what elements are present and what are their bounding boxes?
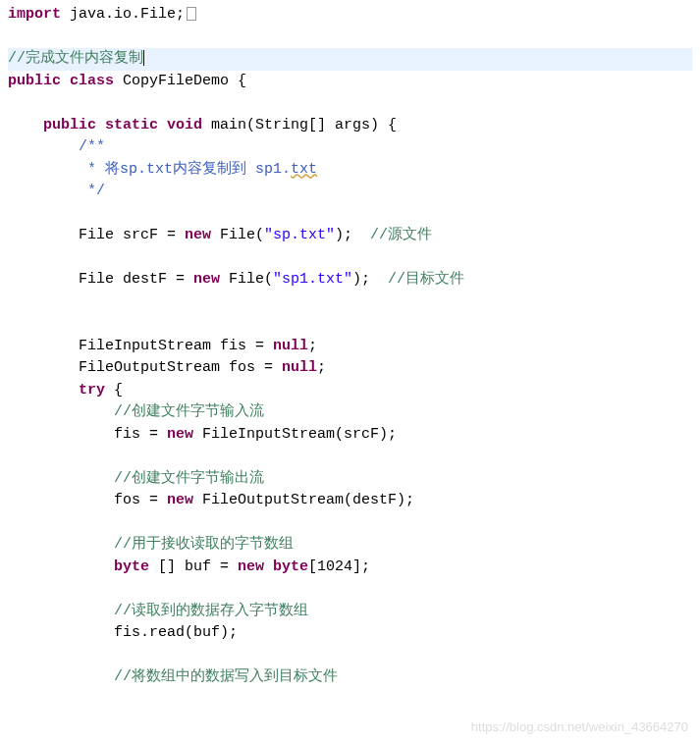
comment: //完成文件内容复制: [8, 50, 143, 67]
comment: //将数组中的数据写入到目标文件: [114, 668, 338, 685]
code-line: [8, 578, 692, 601]
comment: //用于接收读取的字节数组: [114, 536, 294, 553]
code-line: //将数组中的数据写入到目标文件: [8, 666, 692, 689]
code-line-selected: //完成文件内容复制: [8, 48, 692, 71]
keyword-import: import: [8, 6, 61, 23]
code-line: fis.read(buf);: [8, 622, 692, 645]
comment: //源文件: [370, 227, 432, 243]
keyword-try: try: [79, 382, 105, 399]
comment: //创建文件字节输入流: [114, 403, 264, 420]
keyword-new: new: [167, 492, 193, 508]
code-line: [8, 203, 692, 226]
javadoc: /**: [79, 138, 105, 155]
code-line: [8, 27, 692, 49]
keyword-new: new: [238, 558, 264, 575]
keyword-void: void: [167, 117, 202, 133]
code-line: [8, 92, 692, 115]
keyword-public: public: [8, 73, 61, 89]
code-line: public static void main(String[] args) {: [8, 115, 692, 137]
code-line: public class CopyFileDemo {: [8, 71, 692, 93]
code-line: /**: [8, 136, 692, 159]
code-line: try {: [8, 380, 692, 402]
code-editor[interactable]: import java.io.File; //完成文件内容复制 public c…: [8, 4, 692, 689]
javadoc: */: [79, 183, 105, 199]
keyword-null: null: [282, 359, 317, 376]
keyword-null: null: [273, 338, 308, 354]
code-line: [8, 313, 692, 336]
code-line: //读取到的数据存入字节数组: [8, 601, 692, 623]
code-line: [8, 292, 692, 314]
keyword-byte: byte: [273, 558, 308, 575]
code-line: //用于接收读取的字节数组: [8, 534, 692, 557]
code-line: import java.io.File;: [8, 4, 692, 27]
keyword-new: new: [185, 227, 211, 243]
code-line: byte [] buf = new byte[1024];: [8, 557, 692, 579]
keyword-public: public: [43, 117, 96, 133]
text-cursor-icon: [143, 50, 144, 66]
comment: //创建文件字节输出流: [114, 470, 264, 487]
code-line: [8, 645, 692, 667]
string-literal: "sp1.txt": [273, 271, 352, 288]
code-line: */: [8, 181, 692, 203]
keyword-class: class: [70, 73, 114, 89]
code-line: * 将sp.txt内容复制到 sp1.txt: [8, 159, 692, 182]
code-line: File destF = new File("sp1.txt"); //目标文件: [8, 269, 692, 292]
code-line: fis = new FileInputStream(srcF);: [8, 424, 692, 447]
fold-marker-icon[interactable]: [187, 7, 196, 21]
comment: //目标文件: [388, 271, 464, 288]
string-literal: "sp.txt": [264, 227, 335, 243]
code-line: //创建文件字节输出流: [8, 468, 692, 491]
keyword-byte: byte: [114, 558, 149, 575]
code-line: FileOutputStream fos = null;: [8, 357, 692, 380]
keyword-new: new: [167, 426, 193, 443]
code-line: [8, 247, 692, 270]
code-line: [8, 512, 692, 535]
keyword-new: new: [193, 271, 220, 288]
code-line: [8, 446, 692, 468]
comment: //读取到的数据存入字节数组: [114, 603, 308, 619]
code-line: //创建文件字节输入流: [8, 401, 692, 424]
code-line: File srcF = new File("sp.txt"); //源文件: [8, 225, 692, 247]
keyword-static: static: [105, 117, 158, 133]
code-line: FileInputStream fis = null;: [8, 336, 692, 358]
code-line: fos = new FileOutputStream(destF);: [8, 490, 692, 512]
